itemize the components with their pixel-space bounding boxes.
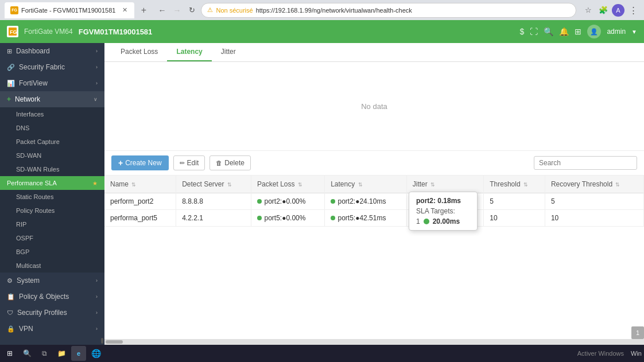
row2-detect-server: 4.2.2.1 bbox=[182, 214, 203, 222]
security-profiles-label: Security Profiles bbox=[17, 309, 67, 317]
address-url: https://192.168.1.99/ng/network/virtualw… bbox=[256, 7, 412, 14]
browser-taskbar-button[interactable]: e bbox=[71, 346, 86, 361]
file-explorer-button[interactable]: 📁 bbox=[54, 346, 69, 361]
search-input[interactable] bbox=[534, 156, 637, 170]
sidebar-item-static-routes[interactable]: Static Routes bbox=[0, 190, 104, 204]
fg-header: FG FortiGate VM64 FGVM01TM19001581 $ ⛶ 🔍… bbox=[0, 20, 644, 43]
col-packet-loss-sort: ⇅ bbox=[298, 182, 302, 188]
sidebar-item-security-fabric[interactable]: 🔗 Security Fabric › bbox=[0, 59, 104, 75]
user-dropdown-icon[interactable]: ▼ bbox=[631, 29, 637, 35]
refresh-button[interactable]: ↻ bbox=[185, 3, 199, 17]
edit-button[interactable]: ✏ Edit bbox=[173, 155, 205, 170]
security-warning-text: Non sécurisé bbox=[216, 7, 253, 14]
sidebar-item-interfaces[interactable]: Interfaces bbox=[0, 107, 104, 121]
row1-latency: port2:●24.10ms bbox=[337, 197, 386, 205]
tabs-bar: Packet Loss Latency Jitter bbox=[104, 43, 644, 62]
sidebar-item-dashboard[interactable]: ⊞ Dashboard › bbox=[0, 43, 104, 59]
browser-bar: FG FortiGate - FGVM01TM19001581 ✕ + ← → … bbox=[0, 0, 644, 20]
start-button[interactable]: ⊞ bbox=[2, 346, 17, 361]
forward-button[interactable]: → bbox=[170, 3, 184, 17]
tab-close-icon[interactable]: ✕ bbox=[121, 6, 129, 14]
row1-status-dot-pl bbox=[257, 199, 262, 204]
sidebar-item-security-profiles[interactable]: 🛡 Security Profiles › bbox=[0, 305, 104, 321]
task-view-button[interactable]: ⧉ bbox=[37, 346, 52, 361]
profile-button[interactable]: A bbox=[612, 4, 624, 17]
username[interactable]: admin bbox=[607, 28, 626, 36]
table-row[interactable]: performa_port5 4.2.2.1 port5:●0.00% bbox=[104, 210, 644, 227]
create-new-button[interactable]: + Create New bbox=[111, 155, 169, 170]
extension-button[interactable]: 🧩 bbox=[597, 4, 610, 17]
windows-taskbar: ⊞ 🔍 ⧉ 📁 e 🌐 Activer Windows Win bbox=[0, 345, 644, 362]
sidebar-item-sd-wan-rules[interactable]: SD-WAN Rules bbox=[0, 162, 104, 176]
tooltip-status-dot bbox=[424, 219, 429, 224]
row1-detect-server: 8.8.8.8 bbox=[182, 197, 203, 205]
back-button[interactable]: ← bbox=[155, 3, 169, 17]
app-frame: FG FortiGate VM64 FGVM01TM19001581 $ ⛶ 🔍… bbox=[0, 20, 644, 362]
sidebar-item-ospf[interactable]: OSPF bbox=[0, 231, 104, 245]
tab-latency[interactable]: Latency bbox=[167, 43, 211, 61]
create-plus-icon: + bbox=[118, 158, 123, 168]
col-detect-server-sort: ⇅ bbox=[227, 182, 232, 188]
svg-text:FG: FG bbox=[10, 29, 17, 35]
address-bar[interactable]: ⚠ Non sécurisé https://192.168.1.99/ng/n… bbox=[201, 3, 576, 18]
new-tab-button[interactable]: + bbox=[137, 3, 150, 17]
sidebar-item-fortiview[interactable]: 📊 FortiView › bbox=[0, 75, 104, 91]
row1-packet-loss: port2:●0.00% bbox=[264, 197, 305, 205]
bookmark-button[interactable]: ☆ bbox=[582, 4, 595, 17]
row2-packet-loss: port5:●0.00% bbox=[264, 214, 305, 222]
sidebar-item-vpn[interactable]: 🔒 VPN › bbox=[0, 321, 104, 337]
browser-tab[interactable]: FG FortiGate - FGVM01TM19001581 ✕ bbox=[5, 2, 134, 18]
col-detect-server[interactable]: Detect Server ⇅ bbox=[176, 176, 251, 193]
no-data-label: No data bbox=[361, 102, 387, 111]
user-avatar[interactable]: 👤 bbox=[587, 25, 601, 38]
menu-button[interactable]: ⋮ bbox=[627, 4, 639, 17]
sidebar-item-packet-capture[interactable]: Packet Capture bbox=[0, 135, 104, 149]
apps-icon[interactable]: ⊞ bbox=[575, 27, 581, 36]
tab-jitter[interactable]: Jitter bbox=[212, 43, 245, 61]
expand-icon[interactable]: ⛶ bbox=[530, 27, 538, 36]
bell-icon[interactable]: 🔔 bbox=[559, 27, 569, 36]
tooltip-title: port2: 0.18ms bbox=[416, 197, 470, 205]
sidebar-item-system[interactable]: ⚙ System › bbox=[0, 273, 104, 289]
delete-button[interactable]: 🗑 Delete bbox=[210, 155, 251, 170]
system-icon: ⚙ bbox=[7, 277, 13, 285]
sidebar-item-sd-wan[interactable]: SD-WAN bbox=[0, 149, 104, 162]
row1-recovery-threshold: 5 bbox=[551, 197, 555, 205]
col-latency[interactable]: Latency ⇅ bbox=[325, 176, 407, 193]
search-taskbar[interactable]: 🔍 bbox=[20, 346, 34, 361]
security-warning-icon: ⚠ bbox=[207, 6, 213, 14]
sidebar-item-network[interactable]: + Network ∨ bbox=[0, 91, 104, 107]
table-row[interactable]: perform_port2 8.8.8.8 port2:●0.00% bbox=[104, 193, 644, 210]
search-header-icon[interactable]: 🔍 bbox=[544, 27, 553, 36]
col-name[interactable]: Name ⇅ bbox=[104, 176, 176, 193]
windows-activation: Activer Windows bbox=[577, 350, 624, 357]
col-threshold[interactable]: Threshold ⇅ bbox=[484, 176, 545, 193]
row1-name: perform_port2 bbox=[110, 197, 153, 205]
col-jitter[interactable]: Jitter ⇅ bbox=[406, 176, 484, 193]
vpn-chevron: › bbox=[96, 326, 98, 332]
sidebar-item-dns[interactable]: DNS bbox=[0, 121, 104, 135]
row2-recovery-threshold: 10 bbox=[551, 214, 558, 222]
network-label: Network bbox=[15, 95, 40, 103]
row2-name: performa_port5 bbox=[110, 214, 157, 222]
chrome-taskbar-button[interactable]: 🌐 bbox=[88, 346, 103, 361]
row2-threshold: 10 bbox=[490, 214, 497, 222]
sidebar-item-policy-objects[interactable]: 📋 Policy & Objects › bbox=[0, 289, 104, 305]
dashboard-icon: ⊞ bbox=[7, 48, 12, 55]
tooltip-popup: port2: 0.18ms SLA Targets: 1 20.00ms bbox=[409, 192, 478, 231]
scroll-thumb[interactable] bbox=[106, 340, 123, 344]
col-packet-loss[interactable]: Packet Loss ⇅ bbox=[251, 176, 325, 193]
sidebar-item-policy-routes[interactable]: Policy Routes bbox=[0, 204, 104, 217]
sidebar-item-bgp[interactable]: BGP bbox=[0, 245, 104, 259]
terminal-icon[interactable]: $ bbox=[520, 27, 525, 36]
tooltip-label: SLA Targets: bbox=[416, 207, 470, 215]
system-label: System bbox=[17, 277, 40, 285]
sidebar-item-multicast[interactable]: Multicast bbox=[0, 259, 104, 273]
col-recovery-threshold[interactable]: Recovery Threshold ⇅ bbox=[545, 176, 643, 193]
col-latency-sort: ⇅ bbox=[358, 182, 363, 188]
sidebar-item-rip[interactable]: RIP bbox=[0, 217, 104, 231]
system-clock: Win bbox=[631, 350, 642, 357]
sidebar-item-performance-sla[interactable]: Performance SLA ★ bbox=[0, 176, 104, 190]
bottom-scrollbar[interactable] bbox=[104, 339, 644, 345]
tab-packet-loss[interactable]: Packet Loss bbox=[111, 43, 167, 61]
